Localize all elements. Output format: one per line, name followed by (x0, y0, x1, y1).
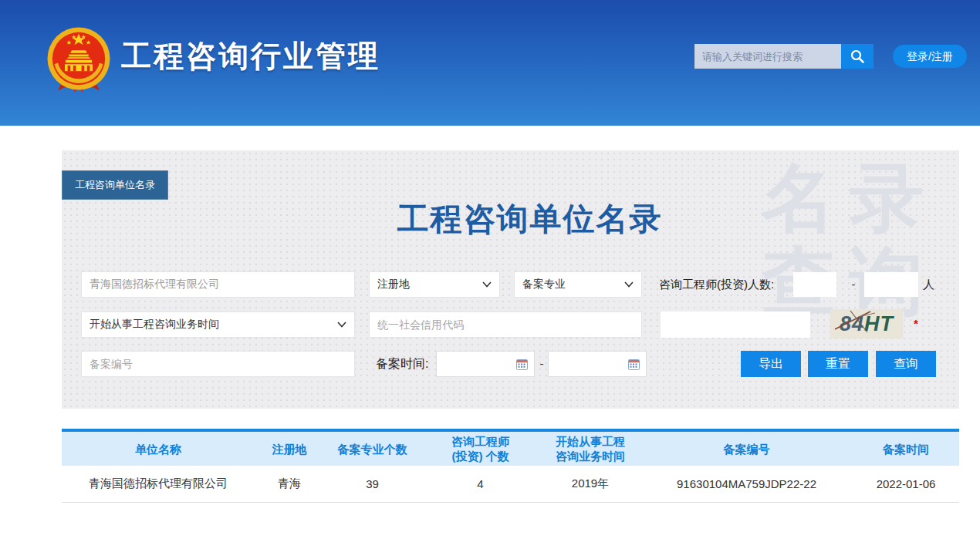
header-search-input[interactable] (694, 44, 841, 69)
header-search-button[interactable] (841, 44, 874, 69)
query-button[interactable]: 查询 (876, 351, 936, 377)
cell-specialty-count: 39 (324, 466, 421, 502)
header-search (694, 44, 874, 69)
unit-name-input[interactable] (81, 271, 355, 298)
record-no-input[interactable] (81, 351, 355, 377)
credit-code-input[interactable] (369, 311, 642, 338)
site-header: 工程咨询行业管理 登录/注册 (0, 0, 980, 126)
record-time-from-input[interactable] (436, 351, 535, 377)
query-panel: 名录 查询 工程咨询单位名录 工程咨询单位名录 注册地 备案专业 咨询工程师(投… (62, 150, 959, 409)
col-header-record-time: 备案时间 (853, 430, 959, 466)
chevron-down-icon (337, 322, 346, 328)
cell-engineer-count: 4 (421, 466, 540, 502)
site-title: 工程咨询行业管理 (121, 35, 380, 77)
col-header-engineer-count: 咨询工程师 (投资) 个数 (421, 430, 540, 466)
engineer-count-min-input[interactable] (793, 272, 836, 297)
record-time-label: 备案时间: (376, 351, 428, 377)
col-header-record-no: 备案编号 (640, 430, 853, 466)
search-icon (850, 49, 865, 64)
calendar-icon (628, 359, 640, 370)
results-table: 单位名称 注册地 备案专业个数 咨询工程师 (投资) 个数 开始从事工程 咨询业… (62, 429, 959, 503)
col-header-reg-place: 注册地 (255, 430, 324, 466)
record-time-dash: - (536, 351, 547, 377)
col-header-start-time: 开始从事工程 咨询业务时间 (540, 430, 640, 466)
cell-record-no: 91630104MA759JDP22-22 (640, 466, 853, 502)
cell-record-time: 2022-01-06 (853, 466, 959, 502)
captcha-image[interactable]: 84HT (830, 309, 903, 338)
export-button[interactable]: 导出 (741, 351, 801, 377)
engineer-count-unit: 人 (923, 271, 934, 298)
page-title: 工程咨询单位名录 (100, 198, 959, 241)
login-register-button[interactable]: 登录/注册 (893, 45, 967, 68)
captcha-required-mark: * (914, 317, 918, 330)
page: 工程咨询行业管理 登录/注册 名录 查询 工程咨询单位名录 工程咨询单位名录 注… (0, 0, 980, 559)
chevron-down-icon (624, 281, 634, 288)
reg-place-select[interactable]: 注册地 (369, 271, 500, 298)
start-time-select[interactable]: 开始从事工程咨询业务时间 (81, 311, 355, 338)
cell-reg-place: 青海 (255, 466, 324, 502)
col-header-unit-name: 单位名称 (62, 430, 255, 466)
tab-unit-directory[interactable]: 工程咨询单位名录 (62, 170, 168, 200)
calendar-icon (516, 359, 528, 370)
engineer-count-dash: - (846, 271, 861, 298)
results-table-header-row: 单位名称 注册地 备案专业个数 咨询工程师 (投资) 个数 开始从事工程 咨询业… (62, 430, 959, 466)
captcha-noise-lines (830, 309, 903, 338)
col-header-specialty-count: 备案专业个数 (324, 430, 421, 466)
chevron-down-icon (482, 281, 492, 288)
engineer-count-label: 咨询工程师(投资)人数: (659, 271, 774, 298)
record-time-to-input[interactable] (548, 351, 647, 377)
national-emblem-logo (44, 24, 113, 93)
specialty-select[interactable]: 备案专业 (514, 271, 642, 298)
table-row[interactable]: 青海国德招标代理有限公司 青海 39 4 2019年 91630104MA759… (62, 466, 959, 502)
engineer-count-max-input[interactable] (864, 272, 918, 297)
cell-start-time: 2019年 (540, 466, 640, 502)
reset-button[interactable]: 重置 (808, 351, 868, 377)
captcha-input[interactable] (661, 311, 810, 338)
cell-unit-name: 青海国德招标代理有限公司 (62, 466, 255, 502)
